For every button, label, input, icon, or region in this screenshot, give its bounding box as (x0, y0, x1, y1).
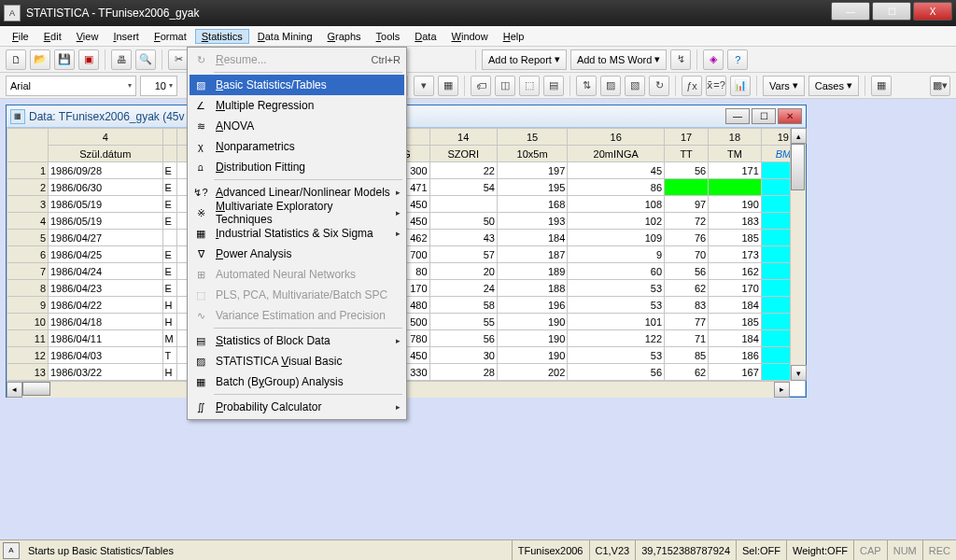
cell[interactable]: 197 (497, 162, 567, 179)
menu-data[interactable]: Data (408, 29, 443, 44)
row-header[interactable]: 2 (7, 179, 49, 196)
cases-button[interactable]: Cases▾ (808, 76, 859, 96)
cell[interactable]: 101 (568, 314, 665, 330)
cell[interactable]: 1986/05/19 (49, 196, 163, 213)
cell[interactable]: 1986/04/24 (49, 263, 163, 280)
cell[interactable]: 190 (497, 314, 567, 330)
cell[interactable]: 190 (497, 330, 567, 347)
cell[interactable]: E (162, 280, 177, 297)
menuitem-anova[interactable]: ≋ANOVA (190, 116, 404, 136)
cell[interactable]: E (162, 263, 177, 280)
menu-statistics[interactable]: Statistics (195, 29, 249, 44)
menu-file[interactable]: File (6, 29, 35, 44)
cell[interactable]: 1986/05/19 (49, 213, 163, 230)
cell[interactable]: 85 (665, 347, 709, 364)
row-header[interactable]: 3 (7, 196, 49, 213)
menuitem-distribution-fitting[interactable]: ⩍Distribution Fitting (190, 157, 404, 177)
calc-icon[interactable]: ▧ (625, 76, 645, 96)
scroll-right-icon[interactable]: ▸ (774, 382, 790, 398)
menu-format[interactable]: Format (148, 29, 193, 44)
cell[interactable]: E (162, 246, 177, 263)
menuitem-multivariate-exploratory-techniques[interactable]: ※Multivariate Exploratory Techniques▸ (190, 203, 404, 223)
print-icon[interactable]: 🖶 (111, 49, 132, 70)
menu-insert[interactable]: Insert (106, 29, 146, 44)
cell[interactable]: 108 (568, 196, 665, 213)
cell[interactable]: H (162, 314, 177, 330)
cell[interactable]: 45 (568, 162, 665, 179)
menu-view[interactable]: View (70, 29, 105, 44)
cell[interactable]: 97 (665, 196, 709, 213)
macro-icon[interactable]: ↯ (670, 49, 691, 70)
menu-edit[interactable]: Edit (37, 29, 68, 44)
menuitem-statistics-of-block-data[interactable]: ▤Statistics of Block Data▸ (190, 330, 404, 351)
cell[interactable]: 187 (497, 246, 567, 263)
col-header[interactable]: 10x5m (497, 146, 567, 162)
cell[interactable]: 193 (497, 213, 567, 230)
cell[interactable]: 58 (429, 297, 497, 314)
cell[interactable] (162, 230, 177, 246)
cell[interactable]: 24 (429, 280, 497, 297)
brush-icon[interactable]: ⬚ (519, 76, 540, 96)
cell[interactable]: 184 (709, 330, 762, 347)
col-number[interactable]: 15 (497, 129, 567, 146)
cell[interactable]: T (162, 347, 177, 364)
cell[interactable]: 50 (429, 213, 497, 230)
cell[interactable]: 162 (709, 263, 762, 280)
plot-icon[interactable]: 📊 (730, 76, 751, 96)
cell[interactable]: 202 (497, 364, 567, 381)
cell[interactable] (665, 179, 709, 196)
menuitem-power-analysis[interactable]: ∇Power Analysis (190, 244, 404, 264)
cell[interactable]: 43 (429, 230, 497, 246)
cell[interactable]: 195 (497, 179, 567, 196)
cell[interactable]: 1986/06/30 (49, 179, 163, 196)
cell[interactable]: 56 (665, 263, 709, 280)
cell[interactable]: 28 (429, 364, 497, 381)
new-icon[interactable]: 🗋 (6, 49, 26, 70)
row-header[interactable]: 13 (7, 364, 49, 381)
cell[interactable]: 185 (709, 230, 762, 246)
menuitem-industrial-statistics-six-sigma[interactable]: ▦Industrial Statistics & Six Sigma▸ (190, 223, 404, 244)
cell[interactable]: 184 (709, 297, 762, 314)
highlight-icon[interactable]: ▤ (543, 76, 564, 96)
cell[interactable]: 22 (429, 162, 497, 179)
cell[interactable]: 171 (709, 162, 762, 179)
options-icon[interactable]: ◈ (703, 49, 724, 70)
maximize-button[interactable]: ☐ (872, 2, 911, 21)
cell[interactable]: 1986/04/23 (49, 280, 163, 297)
cell[interactable]: 71 (665, 330, 709, 347)
cell[interactable]: 190 (497, 347, 567, 364)
cell[interactable]: 1986/04/22 (49, 297, 163, 314)
col-number[interactable]: 17 (665, 129, 709, 146)
col-number[interactable]: 14 (429, 129, 497, 146)
cell[interactable]: 109 (568, 230, 665, 246)
cell[interactable]: 9 (568, 246, 665, 263)
cell[interactable]: 77 (665, 314, 709, 330)
grid-icon[interactable]: ▦ (438, 76, 458, 96)
row-header[interactable]: 9 (7, 297, 49, 314)
cell[interactable]: H (162, 364, 177, 381)
row-header[interactable]: 8 (7, 280, 49, 297)
cell[interactable]: 190 (709, 196, 762, 213)
cell[interactable]: H (162, 297, 177, 314)
corner-cell[interactable] (7, 129, 49, 162)
cell[interactable]: 170 (709, 280, 762, 297)
cell[interactable]: 1986/04/11 (49, 330, 163, 347)
cell[interactable]: 184 (497, 230, 567, 246)
scroll-left-icon[interactable]: ◂ (7, 382, 22, 398)
cell[interactable]: 167 (709, 364, 762, 381)
cell[interactable]: 1986/04/18 (49, 314, 163, 330)
cell[interactable]: 173 (709, 246, 762, 263)
col-number[interactable]: 18 (709, 129, 762, 146)
menuitem-statistica-visual-basic[interactable]: ▨STATISTICA Visual Basic (190, 351, 404, 371)
col-header[interactable]: TM (709, 146, 762, 162)
col-header[interactable]: Szül.dátum (49, 146, 163, 162)
zoom-icon[interactable]: ▾ (414, 76, 434, 96)
col-number[interactable]: 16 (568, 129, 665, 146)
cell[interactable]: 186 (709, 347, 762, 364)
scroll-up-icon[interactable]: ▴ (791, 128, 807, 144)
cell[interactable]: 53 (568, 280, 665, 297)
cell[interactable]: 30 (429, 347, 497, 364)
cell[interactable]: 55 (429, 314, 497, 330)
cell[interactable]: 56 (568, 364, 665, 381)
font-size-select[interactable]: 10▾ (140, 76, 177, 96)
